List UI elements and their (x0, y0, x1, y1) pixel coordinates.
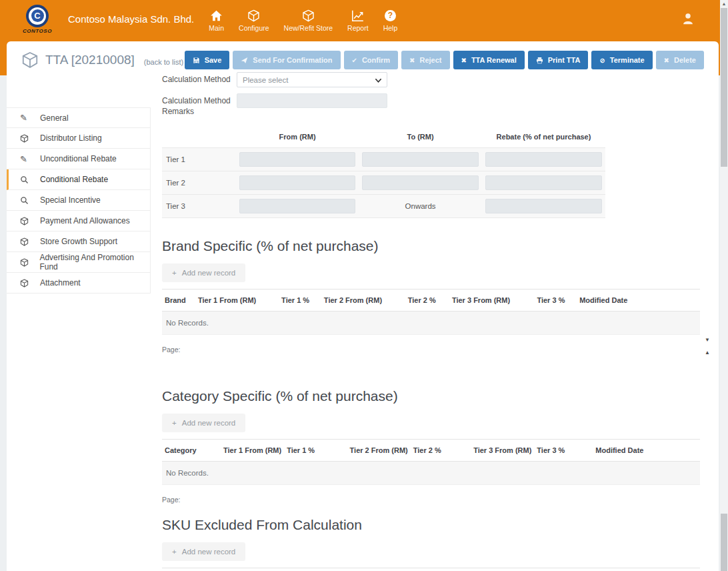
sidebar-item-advertising-and-promotion-fund[interactable]: Advertising And Promotion Fund (7, 252, 151, 273)
page-title: TTA [20210008] (45, 53, 135, 67)
brand-col: Tier 1 % (279, 290, 321, 312)
cube-icon (302, 9, 315, 22)
tier3-onwards-text: Onwards (359, 195, 482, 218)
cube-icon (20, 134, 30, 143)
calculation-method-remarks-row: Calculation Method Remarks (162, 93, 700, 117)
x-icon: ✖ (409, 57, 415, 64)
tier1-to-input (362, 152, 479, 167)
calculation-method-remarks-input (237, 93, 387, 108)
tier-col-from: From (RM) (236, 127, 359, 148)
tier2-to-input (362, 175, 479, 190)
category-add-new-record-button[interactable]: + Add new record (162, 414, 245, 432)
chevron-down-icon (375, 77, 382, 83)
cube-icon (20, 217, 30, 225)
section-sidebar: ✎ General Distributor Listing ✎ Uncondit… (7, 107, 151, 294)
x-icon: ✖ (461, 57, 467, 64)
sidebar-item-unconditional-rebate[interactable]: ✎ Unconditional Rebate (7, 149, 151, 169)
sidebar-item-distributor-listing[interactable]: Distributor Listing (7, 128, 151, 149)
sidebar-item-store-growth-support[interactable]: Store Growth Support (7, 231, 151, 252)
delete-button: ✖ Delete (656, 51, 704, 69)
scrollbar-thumb-bottom[interactable] (721, 514, 727, 571)
category-empty-row: No Records. (162, 462, 700, 485)
tier1-label: Tier 1 (162, 148, 236, 171)
tier-col-to: To (RM) (359, 127, 482, 148)
tier-table: From (RM) To (RM) Rebate (% of net purch… (162, 127, 605, 218)
check-icon: ✔ (352, 57, 357, 64)
tier-col-blank (162, 127, 236, 148)
brand-empty-row: No Records. (162, 312, 700, 335)
sidebar-item-special-incentive[interactable]: Special Incentive (7, 190, 151, 211)
scrollbar-up-arrow-icon[interactable]: ▲ (720, 1, 728, 6)
action-buttons: Save Send For Confirmation ✔ Confirm ✖ R… (185, 51, 704, 69)
record-toolbar: TTA [20210008] (back to list) Save Send … (7, 41, 719, 76)
calculation-method-select[interactable]: Please select (237, 72, 387, 87)
category-page-label: Page: (162, 496, 700, 504)
user-account-icon[interactable] (681, 12, 695, 28)
calculation-method-row: Calculation Method Please select (162, 72, 700, 87)
category-col: Tier 1 From (RM) (221, 440, 284, 462)
save-icon (193, 57, 200, 64)
tta-renewal-button[interactable]: ✖ TTA Renewal (453, 51, 525, 69)
sidebar-item-conditional-rebate[interactable]: Conditional Rebate (7, 169, 151, 190)
category-col: Tier 1 % (284, 440, 347, 462)
print-tta-button[interactable]: Print TTA (528, 51, 589, 69)
save-button[interactable]: Save (185, 51, 230, 69)
table-row: No Records. (162, 312, 700, 335)
tier2-label: Tier 2 (162, 171, 236, 195)
category-table: Category Tier 1 From (RM) Tier 1 % Tier … (162, 439, 700, 485)
search-icon (20, 175, 30, 184)
confirm-button: ✔ Confirm (344, 51, 399, 69)
back-to-list-link[interactable]: (back to list) (144, 58, 183, 66)
search-icon (20, 196, 30, 205)
tier1-from-input (239, 152, 355, 167)
calculation-method-label: Calculation Method (162, 72, 237, 87)
category-specific-title: Category Specific (% of net purchase) (162, 388, 700, 404)
mini-scroll-widget: ▼ ▲ (705, 338, 710, 356)
sku-add-new-record-button[interactable]: + Add new record (162, 542, 245, 561)
brand-add-new-record-button[interactable]: + Add new record (162, 263, 245, 282)
nav-item-main[interactable]: Main (209, 9, 224, 32)
nav-item-new-refit-store[interactable]: New/Refit Store (284, 9, 333, 32)
brand-specific-title: Brand Specific (% of net purchase) (162, 238, 700, 254)
page-scrollbar[interactable]: ▲ (720, 0, 728, 571)
sku-col: Active (396, 568, 479, 571)
send-icon (241, 57, 248, 64)
scroll-down-icon[interactable]: ▼ (705, 338, 710, 343)
tier1-rebate-input (485, 152, 602, 167)
logo-letter: C (31, 9, 44, 22)
cube-icon (20, 258, 29, 267)
package-icon (21, 51, 39, 69)
chart-icon (351, 9, 364, 22)
calculation-method-remarks-label: Calculation Method Remarks (162, 93, 237, 117)
brand-col: Brand (162, 290, 195, 312)
nav-label: Main (209, 24, 224, 32)
plus-icon: + (172, 269, 177, 277)
sidebar-item-general[interactable]: ✎ General (7, 107, 151, 128)
nav-label: Report (347, 24, 369, 32)
sidebar-item-attachment[interactable]: Attachment (7, 273, 151, 294)
nav-label: New/Refit Store (284, 24, 333, 32)
nav-item-report[interactable]: Report (347, 9, 369, 32)
category-col: Category (162, 440, 221, 462)
sku-table: SKU SKU Name Active Modified Date No Rec… (162, 568, 700, 571)
plus-icon: + (172, 548, 177, 556)
brand-page-label: Page: (162, 346, 700, 354)
tier3-from-input (239, 199, 355, 213)
category-col: Tier 3 From (RM) (471, 440, 534, 462)
scrollbar-thumb[interactable] (721, 8, 727, 167)
brand-col: Tier 2 From (RM) (321, 290, 405, 312)
sku-col: Modified Date (479, 568, 700, 571)
sidebar-item-payment-and-allowances[interactable]: Payment And Allowances (7, 211, 151, 231)
tier-col-rebate: Rebate (% of net purchase) (482, 127, 605, 148)
company-name: Contoso Malaysia Sdn. Bhd. (68, 13, 194, 25)
tier2-from-input (239, 175, 355, 190)
nav-item-help[interactable]: ? Help (383, 9, 398, 32)
terminate-button[interactable]: ⊘ Terminate (591, 51, 652, 69)
nav-item-configure[interactable]: Configure (239, 9, 269, 32)
sku-col: SKU (162, 568, 278, 571)
record-title-group: TTA [20210008] (back to list) (21, 51, 183, 69)
brand-col: Tier 3 % (534, 290, 577, 312)
brand-col: Modified Date (577, 290, 700, 312)
scroll-up-icon[interactable]: ▲ (705, 350, 710, 356)
content-card: TTA [20210008] (back to list) Save Send … (7, 41, 719, 571)
